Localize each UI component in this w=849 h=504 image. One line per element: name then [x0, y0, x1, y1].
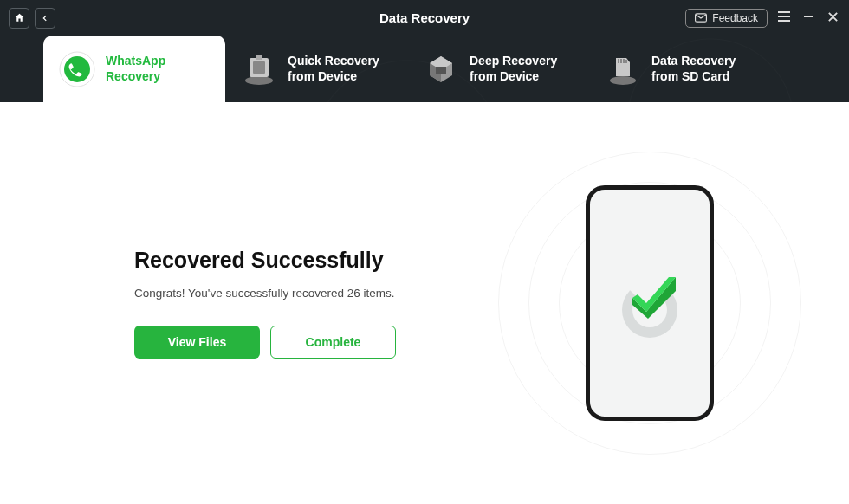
whatsapp-icon [59, 51, 95, 87]
tab-whatsapp-recovery[interactable]: WhatsApp Recovery [43, 36, 225, 102]
svg-rect-8 [618, 59, 619, 63]
phone-frame [586, 185, 714, 421]
feedback-button[interactable]: Feedback [685, 9, 768, 28]
tab-label-line2: from Device [470, 69, 557, 85]
tab-deep-recovery[interactable]: Deep Recovery from Device [407, 36, 589, 102]
checkmark-icon [627, 274, 681, 321]
tab-label-line1: Deep Recovery [470, 54, 557, 69]
mode-tabs: WhatsApp Recovery Quick Recovery from De… [0, 36, 849, 102]
feedback-label: Feedback [712, 12, 758, 24]
quick-recovery-icon [241, 51, 277, 87]
tab-sdcard-recovery[interactable]: Data Recovery from SD Card [589, 36, 771, 102]
content-area: Recovered Successfully Congrats! You've … [0, 102, 849, 504]
view-files-button[interactable]: View Files [134, 326, 260, 359]
app-title: Data Recovery [379, 10, 470, 25]
close-button[interactable] [825, 10, 840, 26]
svg-rect-6 [256, 55, 262, 60]
tab-label-line1: Quick Recovery [288, 54, 379, 69]
back-button[interactable] [35, 8, 55, 29]
home-button[interactable] [9, 8, 29, 29]
svg-point-7 [610, 76, 636, 85]
complete-button[interactable]: Complete [270, 326, 396, 359]
tab-label-line1: Data Recovery [651, 54, 736, 69]
tab-label-line2: Recovery [106, 69, 165, 85]
sdcard-icon [605, 51, 641, 87]
svg-rect-5 [253, 61, 265, 74]
svg-rect-11 [625, 60, 627, 63]
tab-label-line2: from SD Card [651, 69, 736, 85]
tab-label-line2: from Device [288, 69, 379, 85]
svg-point-2 [64, 56, 90, 82]
result-subtitle: Congrats! You've successfully recovered … [134, 287, 481, 300]
minimize-button[interactable] [800, 10, 816, 26]
deep-recovery-icon [423, 51, 459, 87]
svg-rect-10 [623, 59, 625, 63]
result-title: Recovered Successfully [134, 248, 481, 273]
svg-rect-9 [620, 59, 622, 63]
success-illustration [511, 165, 788, 442]
svg-point-3 [245, 76, 273, 85]
menu-button[interactable] [776, 10, 792, 26]
tab-quick-recovery[interactable]: Quick Recovery from Device [225, 36, 407, 102]
tab-label-line1: WhatsApp [106, 54, 165, 69]
title-bar: Data Recovery Feedback [0, 0, 849, 36]
